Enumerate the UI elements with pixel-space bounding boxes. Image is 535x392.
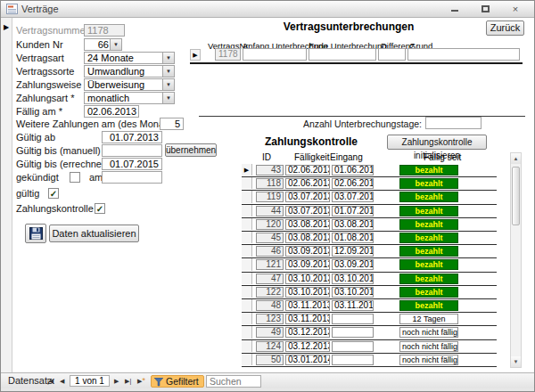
faellig-am-field[interactable]: 02.06.2013: [84, 105, 139, 118]
faelligkeit-cell[interactable]: 03.10.2013: [285, 287, 330, 298]
table-row[interactable]: ▶ 43 02.06.2013 01.06.2013 bezahlt: [242, 164, 497, 177]
chevron-down-icon[interactable]: ▼: [162, 66, 174, 77]
eingang-cell[interactable]: 03.09.2013: [332, 259, 374, 270]
row-selector[interactable]: [242, 340, 252, 352]
vertragsart-combo[interactable]: 24 Monate ▼: [84, 52, 175, 64]
row-selector[interactable]: [242, 218, 252, 230]
unterbrechungen-row-selector[interactable]: ▶: [190, 49, 201, 61]
nav-prev-button[interactable]: ◀: [60, 375, 64, 387]
faelligkeit-cell[interactable]: 03.09.2013: [285, 246, 330, 257]
chevron-down-icon[interactable]: ▼: [162, 53, 174, 63]
scrollbar-thumb[interactable]: [512, 167, 520, 225]
eingang-cell[interactable]: 02.06.2013: [332, 178, 374, 189]
gueltig-ab-field[interactable]: 01.07.2013: [102, 131, 162, 143]
faelligkeit-cell[interactable]: 03.01.2014: [285, 355, 330, 365]
unterbrechungen-grund-cell[interactable]: [407, 48, 520, 61]
row-selector[interactable]: [242, 286, 252, 298]
zurueck-button[interactable]: Zurück: [486, 20, 524, 36]
unterbrechungen-ende-cell[interactable]: [309, 48, 376, 61]
faelligkeit-cell[interactable]: 03.11.2013: [285, 314, 330, 324]
eingang-cell[interactable]: 01.08.2013: [332, 233, 374, 243]
row-selector[interactable]: [242, 273, 252, 284]
zahlungsart-combo[interactable]: monatlich ▼: [84, 92, 175, 104]
chevron-down-icon[interactable]: ▼: [162, 93, 174, 103]
search-input[interactable]: [206, 375, 261, 388]
zahlungskontrolle-init-button[interactable]: Zahlungskontrolle initialisieren: [387, 135, 487, 150]
eingang-cell[interactable]: [332, 355, 374, 365]
table-row[interactable]: 48 03.11.2013 03.11.2013 bezahlt: [242, 299, 497, 313]
eingang-cell[interactable]: 03.11.2013: [332, 300, 374, 311]
kunden-nr-combo[interactable]: 66 ▼: [84, 38, 122, 51]
table-row[interactable]: 120 03.08.2013 03.08.2013 bezahlt: [242, 218, 497, 232]
chevron-down-icon[interactable]: ▼: [110, 39, 121, 50]
table-row[interactable]: 119 03.07.2013 03.07.2013 bezahlt: [242, 191, 497, 204]
table-row[interactable]: 123 03.11.2013 12 Tagen: [242, 313, 497, 326]
chevron-down-icon[interactable]: ▼: [162, 79, 174, 90]
table-row[interactable]: 50 03.01.2014 noch nicht fällig: [242, 354, 497, 367]
table-row[interactable]: 46 03.09.2013 12.09.2013 bezahlt: [242, 245, 497, 258]
save-button[interactable]: [25, 224, 46, 243]
faelligkeit-cell[interactable]: 03.12.2013: [285, 341, 330, 352]
eingang-cell[interactable]: [332, 341, 374, 352]
table-row[interactable]: 49 03.12.2013 noch nicht fällig: [242, 326, 497, 339]
eingang-cell[interactable]: 01.07.2013: [332, 206, 374, 216]
faelligkeit-cell[interactable]: 03.07.2013: [285, 206, 330, 216]
faelligkeit-cell[interactable]: 03.10.2013: [285, 274, 330, 284]
scroll-down-button[interactable]: ▼: [511, 356, 521, 367]
table-row[interactable]: 45 03.08.2013 01.08.2013 bezahlt: [242, 232, 497, 245]
row-selector[interactable]: [242, 313, 252, 324]
record-position-box[interactable]: 1 von 1: [70, 375, 110, 387]
gekuendigt-am-field[interactable]: [102, 171, 162, 184]
close-button[interactable]: ×: [506, 3, 525, 15]
faelligkeit-cell[interactable]: 03.08.2013: [285, 233, 330, 243]
row-selector[interactable]: ▶: [242, 164, 252, 176]
gueltig-checkbox[interactable]: ✓: [48, 188, 59, 199]
table-row[interactable]: 121 03.09.2013 03.09.2013 bezahlt: [242, 258, 497, 272]
gueltig-bis-manuell-field[interactable]: [102, 144, 162, 157]
daten-aktualisieren-button[interactable]: Daten aktualisieren: [49, 225, 139, 242]
form-record-selector-bar[interactable]: ▶: [1, 18, 12, 372]
eingang-cell[interactable]: 03.10.2013: [332, 287, 374, 298]
row-selector[interactable]: [242, 258, 252, 270]
faelligkeit-cell[interactable]: 03.07.2013: [285, 192, 330, 202]
faelligkeit-cell[interactable]: 03.12.2013: [285, 327, 330, 338]
table-row[interactable]: 44 03.07.2013 01.07.2013 bezahlt: [242, 205, 497, 218]
table-row[interactable]: 47 03.10.2013 03.10.2013 bezahlt: [242, 273, 497, 286]
zahlungskontrolle-scrollbar[interactable]: ▲ ▼: [510, 152, 522, 368]
unterbrechungen-anfang-cell[interactable]: [243, 48, 307, 61]
faelligkeit-cell[interactable]: 03.08.2013: [285, 219, 330, 230]
zahlungsweise-combo[interactable]: Überweisung ▼: [84, 78, 175, 91]
table-row[interactable]: 118 02.06.2013 02.06.2013 bezahlt: [242, 177, 497, 191]
eingang-cell[interactable]: 12.09.2013: [332, 246, 374, 257]
eingang-cell[interactable]: [332, 314, 374, 324]
zahlungskontrolle-checkbox[interactable]: ✓: [95, 203, 105, 214]
faelligkeit-cell[interactable]: 03.11.2013: [285, 300, 330, 311]
minimize-button[interactable]: [445, 3, 465, 15]
filter-status-chip[interactable]: Gefiltert: [151, 375, 204, 388]
row-selector[interactable]: [242, 205, 252, 216]
gekuendigt-checkbox[interactable]: [70, 172, 80, 183]
row-selector[interactable]: [242, 354, 252, 365]
gueltig-bis-errechnet-field[interactable]: 01.07.2015: [102, 158, 162, 170]
faelligkeit-cell[interactable]: 03.09.2013: [285, 259, 330, 270]
maximize-button[interactable]: [475, 3, 495, 15]
nav-first-button[interactable]: |◀: [47, 375, 54, 387]
eingang-cell[interactable]: 03.10.2013: [332, 274, 374, 284]
faelligkeit-cell[interactable]: 02.06.2013: [285, 165, 330, 176]
table-row[interactable]: 122 03.10.2013 03.10.2013 bezahlt: [242, 286, 497, 299]
eingang-cell[interactable]: [332, 327, 374, 338]
uebernehmen-button[interactable]: übernehmen: [165, 143, 217, 157]
nav-last-button[interactable]: ▶|: [125, 375, 131, 387]
scroll-up-button[interactable]: ▲: [511, 153, 521, 164]
table-row[interactable]: 124 03.12.2013 noch nicht fällig: [242, 340, 497, 354]
nav-next-button[interactable]: ▶: [114, 375, 119, 387]
eingang-cell[interactable]: 01.06.2013: [332, 165, 374, 176]
row-selector[interactable]: [242, 177, 252, 189]
weitere-zahlungen-field[interactable]: 5: [160, 118, 184, 130]
unterbrechungen-differenz-cell[interactable]: [378, 48, 406, 61]
row-selector[interactable]: [242, 299, 252, 311]
faelligkeit-cell[interactable]: 02.06.2013: [285, 178, 330, 189]
anzahl-unterbrechungstage-field[interactable]: [425, 117, 482, 129]
eingang-cell[interactable]: 03.07.2013: [332, 192, 374, 202]
row-selector[interactable]: [242, 191, 252, 202]
